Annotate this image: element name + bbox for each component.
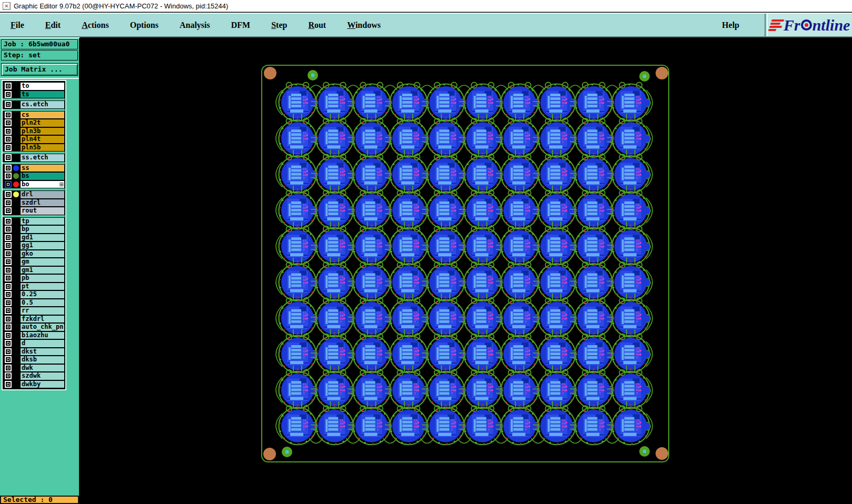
layer-label-gg1[interactable]: gg1 (20, 241, 65, 250)
layer-label-biaozhu[interactable]: biaozhu (20, 331, 65, 340)
layer-checkbox-szdwk[interactable] (5, 372, 12, 379)
layer-checkbox-pln4t[interactable] (5, 136, 12, 143)
layer-checkbox-gd1[interactable] (5, 234, 12, 241)
layer-label-gd1[interactable]: gd1 (20, 234, 65, 242)
layer-label-ts[interactable]: ts (20, 90, 65, 99)
layer-checkbox-pb[interactable] (5, 275, 12, 281)
layer-row-fzkdrl[interactable]: fzkdrl (3, 315, 65, 324)
layer-label-dkst[interactable]: dkst (20, 348, 65, 356)
layer-row-d[interactable]: d (3, 339, 65, 348)
layer-checkbox-ss[interactable] (5, 165, 12, 172)
layer-label-rr[interactable]: rr (20, 307, 65, 315)
layer-label-rout[interactable]: rout (20, 207, 65, 215)
layer-label-ss.etch[interactable]: ss.etch (20, 154, 65, 162)
layer-checkbox-gm1[interactable] (5, 267, 12, 274)
layer-label-szdrl[interactable]: szdrl (20, 199, 65, 207)
layer-label-szdwk[interactable]: szdwk (20, 372, 65, 380)
layer-row-gg1[interactable]: gg1 (3, 241, 65, 250)
layer-row-ss[interactable]: ss (3, 164, 65, 173)
layer-row-ss.etch[interactable]: ss.etch (3, 154, 65, 162)
layer-row-gd1[interactable]: gd1 (3, 234, 65, 242)
layer-checkbox-gm[interactable] (5, 258, 12, 265)
layer-row-pln4t[interactable]: pln4t (3, 135, 65, 144)
layer-checkbox-d[interactable] (5, 340, 12, 347)
layer-row-ts[interactable]: ts (3, 90, 65, 99)
board-canvas[interactable]: C184P6TC184P6TC184P6TC184P6TC184P6TC184P… (80, 37, 852, 504)
layer-checkbox-ss.etch[interactable] (5, 154, 12, 161)
layer-row-bo[interactable]: bo⊞ (3, 180, 65, 189)
layer-checkbox-bp[interactable] (5, 226, 12, 233)
layer-checkbox-0.5[interactable] (5, 299, 12, 306)
layer-row-cs.etch[interactable]: cs.etch (3, 100, 65, 109)
layer-label-gm[interactable]: gm (20, 258, 65, 266)
menu-edit[interactable]: Edit (35, 21, 71, 30)
layer-row-dwkby[interactable]: dwkby (3, 380, 65, 389)
layer-label-fzkdrl[interactable]: fzkdrl (20, 315, 65, 324)
layer-checkbox-ts[interactable] (5, 91, 12, 98)
layer-label-auto_chk_pnl[interactable]: auto_chk_pnl (20, 323, 65, 331)
layer-row-bs[interactable]: bs (3, 172, 65, 180)
layer-label-gm1[interactable]: gm1 (20, 266, 65, 275)
layer-checkbox-szdrl[interactable] (5, 199, 12, 206)
layer-label-pt[interactable]: pt (20, 283, 65, 291)
layer-row-rout[interactable]: rout (3, 207, 65, 215)
layer-row-biaozhu[interactable]: biaozhu (3, 331, 65, 340)
layer-label-dwk[interactable]: dwk (20, 364, 65, 372)
menu-analysis[interactable]: Analysis (169, 21, 221, 30)
layer-row-dwk[interactable]: dwk (3, 364, 65, 372)
layer-label-bp[interactable]: bp (20, 225, 65, 234)
layer-row-cs[interactable]: cs (3, 111, 65, 119)
layer-row-pln2t[interactable]: pln2t (3, 119, 65, 127)
layer-checkbox-pln3b[interactable] (5, 128, 12, 135)
layer-checkbox-bs[interactable] (5, 173, 12, 179)
layer-checkbox-dwk[interactable] (5, 365, 12, 371)
layer-label-pln5b[interactable]: pln5b (20, 144, 65, 152)
layer-row-pln5b[interactable]: pln5b (3, 144, 65, 152)
layer-checkbox-fzkdrl[interactable] (5, 316, 12, 322)
layer-row-0.25[interactable]: 0.25 (3, 290, 65, 299)
layer-checkbox-rr[interactable] (5, 307, 12, 314)
menu-help[interactable]: Help (711, 21, 750, 30)
layer-checkbox-tp[interactable] (5, 218, 12, 225)
layer-row-gko[interactable]: gko (3, 250, 65, 258)
menu-rout[interactable]: Rout (298, 21, 336, 30)
layer-row-gm[interactable]: gm (3, 258, 65, 266)
layer-checkbox-0.25[interactable] (5, 291, 12, 298)
layer-row-auto_chk_pnl[interactable]: auto_chk_pnl (3, 323, 65, 331)
layer-row-dkst[interactable]: dkst (3, 348, 65, 356)
layer-label-pln2t[interactable]: pln2t (20, 119, 65, 127)
job-matrix-button[interactable]: Job Matrix ... (1, 63, 78, 76)
layer-label-bo[interactable]: bo⊞ (20, 180, 65, 189)
layer-checkbox-dksb[interactable] (5, 356, 12, 363)
menu-dfm[interactable]: DFM (221, 21, 261, 30)
layer-label-gko[interactable]: gko (20, 250, 65, 258)
layer-label-pln4t[interactable]: pln4t (20, 135, 65, 144)
menu-options[interactable]: Options (120, 21, 169, 30)
layer-label-dksb[interactable]: dksb (20, 356, 65, 364)
layer-label-cs[interactable]: cs (20, 111, 65, 119)
layer-checkbox-drl[interactable] (5, 191, 12, 198)
layer-row-drl[interactable]: drl (3, 190, 65, 199)
menu-file[interactable]: File (0, 21, 35, 30)
layer-label-drl[interactable]: drl (20, 190, 65, 199)
layer-row-pt[interactable]: pt (3, 283, 65, 291)
layer-checkbox-gko[interactable] (5, 250, 12, 257)
layer-row-pln3b[interactable]: pln3b (3, 127, 65, 136)
layer-label-d[interactable]: d (20, 339, 65, 348)
menu-windows[interactable]: Windows (336, 21, 391, 30)
layer-row-rr[interactable]: rr (3, 307, 65, 315)
layer-label-bs[interactable]: bs (20, 172, 65, 180)
pcb-panel-drawing[interactable]: C184P6TC184P6TC184P6TC184P6TC184P6TC184P… (80, 37, 852, 504)
layer-row-pb[interactable]: pb (3, 274, 65, 283)
menu-actions[interactable]: Actions (71, 21, 120, 30)
layer-checkbox-to[interactable] (5, 83, 12, 89)
layer-row-szdrl[interactable]: szdrl (3, 199, 65, 207)
layer-row-gm1[interactable]: gm1 (3, 266, 65, 275)
layer-row-szdwk[interactable]: szdwk (3, 372, 65, 380)
layer-checkbox-pt[interactable] (5, 283, 12, 290)
layer-checkbox-gg1[interactable] (5, 242, 12, 249)
layer-checkbox-rout[interactable] (5, 207, 12, 214)
menu-step[interactable]: Step (261, 21, 298, 30)
layer-label-to[interactable]: to (20, 82, 65, 90)
layer-checkbox-pln5b[interactable] (5, 144, 12, 151)
